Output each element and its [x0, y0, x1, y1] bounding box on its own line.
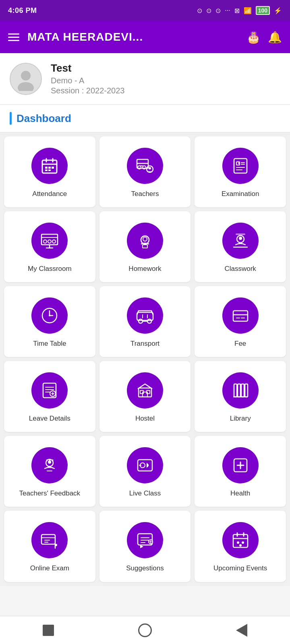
- grid-label-teachers: Teachers: [131, 190, 159, 198]
- status-time: 4:06 PM: [8, 6, 37, 15]
- grid-label-homework: Homework: [128, 264, 161, 273]
- grid-item-my-classroom[interactable]: My Classroom: [4, 211, 95, 282]
- grid-label-suggestions: Suggestions: [126, 564, 164, 573]
- grid-label-leave-details: Leave Details: [29, 414, 70, 423]
- cake-icon[interactable]: 🎂: [246, 31, 261, 44]
- svg-text:★★★: ★★★: [46, 458, 54, 462]
- grid-item-upcoming-events[interactable]: Upcoming Events: [195, 511, 286, 582]
- timetable-icon: [31, 297, 68, 334]
- menu-button[interactable]: [8, 33, 19, 41]
- app-header: MATA HEERADEVI... 🎂 🔔: [0, 21, 290, 53]
- grid-item-transport[interactable]: Transport: [99, 286, 191, 357]
- svg-point-0: [21, 71, 31, 80]
- dashboard-accent-bar: [10, 112, 12, 125]
- profile-info: Test Demo - A Session : 2022-2023: [51, 62, 124, 95]
- grid-label-upcoming-events: Upcoming Events: [213, 564, 267, 573]
- profile-section: Test Demo - A Session : 2022-2023: [0, 53, 290, 105]
- svg-point-42: [49, 315, 50, 316]
- svg-rect-10: [48, 169, 51, 171]
- grid-label-my-classroom: My Classroom: [28, 264, 72, 273]
- header-actions: 🎂 🔔: [246, 31, 282, 44]
- grid-label-health: Health: [230, 489, 250, 498]
- classwork-icon: [222, 223, 259, 259]
- teachers-icon: [127, 148, 163, 184]
- grid-item-teachers[interactable]: Teachers: [99, 136, 191, 207]
- svg-point-14: [149, 167, 151, 169]
- svg-rect-37: [236, 233, 245, 235]
- wifi-icon: 📶: [244, 7, 252, 14]
- notification-dot-icon: ⊙: [197, 7, 202, 14]
- calendar-icon: [31, 148, 68, 184]
- svg-rect-79: [41, 535, 55, 544]
- dashboard-header: Dashboard: [0, 105, 290, 132]
- homework-icon: [127, 223, 163, 259]
- profile-name: Test: [51, 62, 124, 74]
- grid-label-time-table: Time Table: [33, 339, 66, 348]
- grid-item-live-class[interactable]: Live Class: [99, 436, 191, 507]
- grid-label-online-exam: Online Exam: [30, 564, 69, 573]
- svg-point-28: [48, 240, 51, 243]
- svg-rect-6: [45, 167, 48, 169]
- header-title: MATA HEERADEVI...: [27, 31, 246, 43]
- profile-session: Session : 2022-2023: [51, 86, 124, 95]
- library-icon: [222, 372, 259, 409]
- grid-item-attendance[interactable]: Attendance: [4, 136, 95, 207]
- grid-label-hostel: Hostel: [135, 414, 155, 423]
- avatar: [10, 63, 42, 95]
- grid-item-online-exam[interactable]: Online Exam: [4, 511, 95, 582]
- examination-icon: [222, 148, 259, 184]
- svg-point-84: [55, 544, 57, 546]
- more-icon: ···: [225, 7, 230, 14]
- fee-icon: [222, 297, 259, 334]
- profile-class: Demo - A: [51, 76, 124, 85]
- status-icons: ⊙ ⊙ ⊙ ··· ⊠ 📶 100 ⚡: [197, 6, 282, 15]
- bottom-navigation: [0, 616, 290, 644]
- grid-item-health[interactable]: Health: [195, 436, 286, 507]
- grid-item-library[interactable]: Library: [195, 361, 286, 432]
- nav-back-button[interactable]: [135, 620, 155, 640]
- svg-point-1: [18, 82, 34, 91]
- svg-point-27: [44, 240, 47, 243]
- hostel-icon: [127, 372, 163, 409]
- grid: AttendanceTeachersExaminationMy Classroo…: [4, 136, 286, 582]
- nav-recent-button[interactable]: [232, 620, 252, 640]
- grid-label-library: Library: [230, 414, 251, 423]
- grid-item-homework[interactable]: Homework: [99, 211, 191, 282]
- grid-label-classwork: Classwork: [224, 264, 256, 273]
- grid-item-classwork[interactable]: Classwork: [195, 211, 286, 282]
- svg-rect-67: [245, 384, 248, 397]
- grid-item-fee[interactable]: Fee: [195, 286, 286, 357]
- svg-rect-64: [234, 384, 237, 397]
- svg-point-45: [147, 319, 151, 323]
- grid-label-examination: Examination: [222, 190, 259, 198]
- svg-rect-18: [234, 159, 247, 173]
- grid-item-time-table[interactable]: Time Table: [4, 286, 95, 357]
- dashboard-title: Dashboard: [17, 112, 71, 125]
- events-icon: [222, 522, 259, 558]
- grid-item-examination[interactable]: Examination: [195, 136, 286, 207]
- transport-icon: [127, 297, 163, 334]
- svg-rect-9: [45, 169, 48, 171]
- bell-icon[interactable]: 🔔: [268, 31, 282, 44]
- grid-label-attendance: Attendance: [32, 190, 67, 198]
- svg-point-33: [143, 237, 147, 241]
- triangle-icon: [236, 624, 247, 637]
- svg-point-97: [237, 541, 239, 544]
- svg-rect-66: [241, 384, 244, 397]
- feedback-icon: ★★★: [31, 447, 68, 483]
- notification-dot-icon2: ⊙: [206, 7, 211, 14]
- grid-item-teachers-feedback[interactable]: ★★★Teachers' Feedback: [4, 436, 95, 507]
- grid-item-suggestions[interactable]: Suggestions: [99, 511, 191, 582]
- grid-item-hostel[interactable]: Hostel: [99, 361, 191, 432]
- close-icon: ⊠: [234, 7, 240, 14]
- square-icon: [43, 625, 54, 636]
- battery-indicator: 100: [256, 6, 270, 15]
- leave-icon: [31, 372, 68, 409]
- grid-item-leave-details[interactable]: Leave Details: [4, 361, 95, 432]
- grid-label-fee: Fee: [234, 339, 246, 348]
- onlineexam-icon: [31, 522, 68, 558]
- charging-icon: ⚡: [274, 7, 282, 14]
- svg-point-99: [239, 544, 242, 547]
- nav-home-button[interactable]: [38, 620, 58, 640]
- svg-rect-49: [233, 311, 248, 321]
